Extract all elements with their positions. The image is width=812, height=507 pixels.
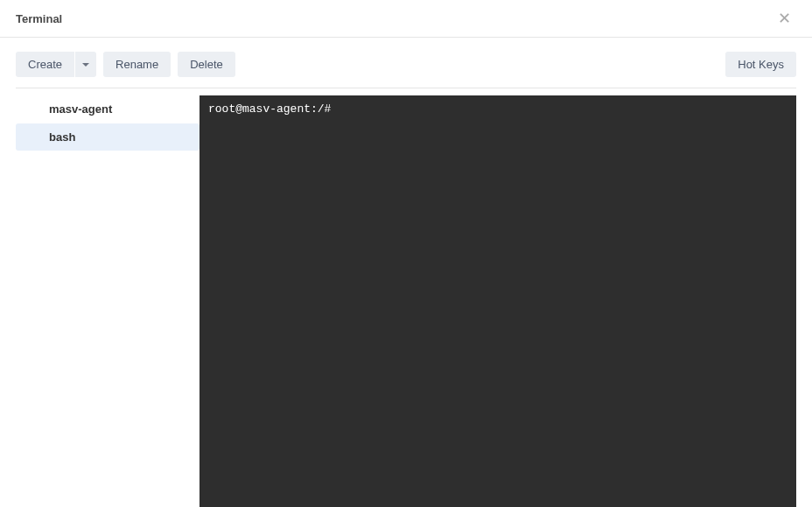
create-button[interactable]: Create <box>16 52 74 77</box>
header: Terminal ✕ <box>0 0 812 38</box>
toolbar-left: Create Rename Delete <box>16 52 235 77</box>
caret-down-icon <box>82 63 89 67</box>
toolbar: Create Rename Delete Hot Keys <box>0 38 812 88</box>
rename-button[interactable]: Rename <box>103 52 171 77</box>
create-button-group: Create <box>16 52 96 77</box>
close-icon[interactable]: ✕ <box>773 9 796 28</box>
page-title: Terminal <box>16 12 62 25</box>
terminal-cursor <box>331 103 337 116</box>
sidebar-item-bash[interactable]: bash <box>16 123 200 151</box>
toolbar-divider <box>16 88 796 88</box>
hotkeys-button[interactable]: Hot Keys <box>725 52 796 77</box>
terminal-prompt: root@masv-agent:/# <box>208 102 331 116</box>
content-area: masv-agent bash root@masv-agent:/# <box>0 95 812 507</box>
toolbar-right: Hot Keys <box>725 52 796 77</box>
delete-button[interactable]: Delete <box>178 52 235 77</box>
create-dropdown-button[interactable] <box>75 52 96 77</box>
sidebar-item-masv-agent[interactable]: masv-agent <box>16 95 200 123</box>
sidebar: masv-agent bash <box>16 95 200 507</box>
terminal-output[interactable]: root@masv-agent:/# <box>200 95 796 507</box>
